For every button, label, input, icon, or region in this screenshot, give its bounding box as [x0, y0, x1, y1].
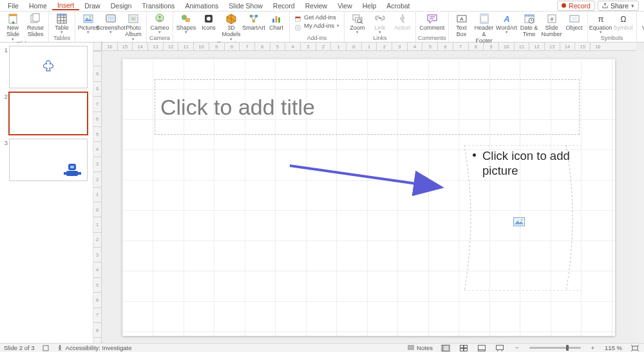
svg-point-24	[207, 17, 211, 21]
zoom-button[interactable]: Zoom▾	[346, 12, 368, 34]
status-accessibility-label: Accessibility: Investigate	[66, 344, 132, 351]
view-sorter-button[interactable]	[459, 344, 469, 352]
notes-icon	[408, 345, 414, 351]
view-normal-button[interactable]	[440, 344, 451, 352]
ribbon-group-media: Video▾Audio▾ScreenRecordingMedia	[637, 12, 644, 42]
svg-rect-4	[33, 14, 39, 21]
slide-thumbnail-3[interactable]	[10, 139, 87, 181]
thumb-number: 2	[4, 93, 8, 100]
svg-rect-1	[9, 14, 17, 16]
3d-models-icon	[225, 13, 237, 24]
slide-canvas[interactable]: Click to add title Click icon to add pic…	[122, 59, 615, 336]
equation-icon: π	[595, 13, 607, 24]
svg-rect-11	[84, 15, 93, 23]
vertical-scrollbar[interactable]	[636, 51, 644, 343]
record-button[interactable]: Record	[557, 1, 595, 11]
svg-rect-15	[108, 16, 114, 21]
shapes-button[interactable]: Shapes▾	[175, 12, 197, 34]
status-slide-number: Slide 2 of 3	[4, 344, 35, 351]
view-slideshow-button[interactable]	[495, 344, 505, 352]
reuse-slides-icon	[30, 13, 41, 24]
annotation-arrow	[290, 164, 450, 198]
picture-placeholder[interactable]: Click icon to add picture	[464, 145, 582, 291]
status-accessibility[interactable]: Accessibility: Investigate	[57, 344, 132, 351]
text-box-button[interactable]: ATextBox	[451, 12, 473, 38]
cameo-button[interactable]: Cameo▾	[149, 12, 171, 34]
svg-text:Ω: Ω	[620, 15, 626, 24]
svg-rect-88	[442, 345, 444, 351]
tab-slide-show[interactable]: Slide Show	[223, 2, 268, 10]
tab-help[interactable]: Help	[357, 2, 382, 10]
svg-rect-62	[572, 17, 577, 19]
action-icon	[397, 13, 408, 24]
symbol-icon: Ω	[618, 13, 629, 24]
reuse-slides-button[interactable]: ReuseSlides	[24, 12, 46, 38]
tab-design[interactable]: Design	[106, 2, 137, 10]
zoom-out-button[interactable]: −	[513, 344, 522, 351]
screenshot-icon	[105, 13, 117, 24]
ribbon-group-text: ATextBoxHeader& FooterAWordArt▾Date &Tim…	[449, 12, 588, 42]
slide-scroll[interactable]: Click to add title Click icon to add pic…	[102, 51, 636, 343]
tab-acrobat[interactable]: Acrobat	[381, 2, 415, 10]
ribbon-group-symbols: πEquation▾ΩSymbolSymbols	[588, 12, 637, 42]
video-button[interactable]: Video▾	[639, 12, 644, 34]
svg-rect-93	[478, 345, 485, 351]
group-label: Symbols	[601, 35, 623, 42]
tab-home[interactable]: Home	[24, 2, 52, 10]
tab-file[interactable]: File	[3, 2, 24, 10]
status-language[interactable]	[43, 345, 49, 351]
ruler-vertical[interactable]: 9876543210123456789	[93, 51, 102, 343]
fit-to-window-button[interactable]	[630, 344, 640, 352]
tab-record[interactable]: Record	[268, 2, 300, 10]
svg-point-83	[59, 345, 61, 347]
bullet-icon	[473, 153, 476, 157]
ribbon-group-add-ins: Get Add-insMy Add-ins▾Add-ins	[290, 12, 345, 42]
tab-view[interactable]: View	[332, 2, 357, 10]
screenshot-button[interactable]: Screenshot▾	[100, 12, 122, 34]
equation-button[interactable]: πEquation▾	[590, 12, 612, 34]
status-notes[interactable]: Notes	[408, 344, 433, 351]
new-slide-button[interactable]: ✶NewSlide▾	[2, 12, 24, 41]
slide-thumbnails-panel: 1 2 3	[0, 43, 93, 343]
object-button[interactable]: Object	[564, 12, 585, 31]
svg-rect-63	[572, 19, 577, 21]
smartart-button[interactable]: SmartArt	[243, 12, 265, 31]
header-footer-button[interactable]: Header& Footer	[473, 12, 495, 44]
zoom-in-button[interactable]: +	[589, 344, 598, 351]
svg-text:A: A	[503, 14, 509, 24]
svg-rect-90	[464, 345, 467, 347]
view-reading-button[interactable]	[477, 344, 487, 352]
slide-number-button[interactable]: #SlideNumber	[541, 12, 563, 38]
my-addins-button[interactable]: My Add-ins▾	[294, 22, 339, 29]
table-button[interactable]: Table▾	[51, 12, 73, 34]
slide-canvas-area: 1615141312111098765432101234567891011121…	[93, 43, 644, 343]
group-label: Links	[373, 35, 386, 42]
share-button[interactable]: Share▾	[598, 1, 639, 11]
photo-album-button[interactable]: PhotoAlbum▾	[122, 12, 144, 41]
tab-review[interactable]: Review	[300, 2, 332, 10]
svg-rect-51	[480, 14, 488, 16]
zoom-slider[interactable]	[529, 347, 581, 349]
title-placeholder[interactable]: Click to add title	[155, 79, 580, 135]
zoom-percent[interactable]: 115 %	[605, 344, 622, 351]
comment-button[interactable]: Comment	[421, 12, 443, 31]
tab-draw[interactable]: Draw	[79, 2, 106, 10]
svg-rect-82	[43, 346, 48, 351]
tab-transitions[interactable]: Transitions	[137, 2, 180, 10]
tab-animations[interactable]: Animations	[180, 2, 223, 10]
slide-thumbnail-1[interactable]	[10, 46, 87, 88]
get-addins-button[interactable]: Get Add-ins	[294, 14, 339, 21]
ruler-horizontal[interactable]: 1615141312111098765432101234567891011121…	[102, 43, 636, 51]
slide-thumbnail-2[interactable]	[10, 93, 87, 134]
chart-button[interactable]: Chart	[265, 12, 287, 31]
svg-rect-84	[408, 346, 413, 349]
wordart-button[interactable]: AWordArt▾	[496, 12, 518, 34]
table-icon	[56, 13, 68, 24]
tab-insert[interactable]: Insert	[52, 1, 79, 10]
menu-tabs: FileHomeInsertDrawDesignTransitionsAnima…	[0, 0, 644, 12]
icons-button[interactable]: Icons	[198, 12, 220, 31]
insert-picture-icon[interactable]	[513, 217, 525, 226]
object-icon	[569, 13, 580, 24]
date-time-button[interactable]: Date &Time	[518, 12, 540, 38]
3d-models-button[interactable]: 3DModels▾	[220, 12, 242, 41]
